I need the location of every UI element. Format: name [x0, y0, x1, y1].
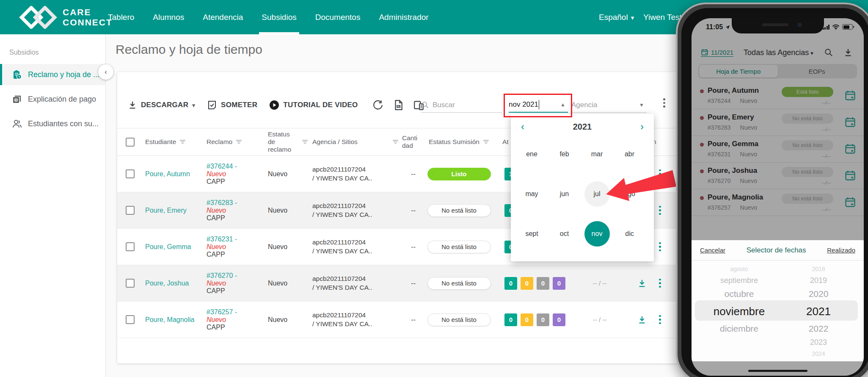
- row-checkbox[interactable]: [126, 206, 135, 215]
- phone-mockup: 11:05 11/2021 Todas las Agencias: [676, 3, 868, 377]
- month-cell-jul[interactable]: jul: [581, 174, 613, 214]
- filter-icon[interactable]: [179, 139, 186, 144]
- month-cell-feb[interactable]: feb: [548, 134, 581, 174]
- row-checkbox[interactable]: [126, 242, 135, 251]
- row-download-icon[interactable]: [637, 315, 647, 324]
- date-cell: -- / --: [568, 316, 631, 323]
- col-reclamo[interactable]: Reclamo: [207, 138, 232, 146]
- sidebar-item-label: Reclamo y hoja de ...: [28, 70, 99, 79]
- toolbar-overflow-menu[interactable]: [663, 98, 665, 108]
- row-checkbox[interactable]: [126, 279, 135, 288]
- payment-receipt-icon: $: [12, 94, 22, 104]
- claim-type: CAPP: [207, 178, 265, 186]
- prev-year-button[interactable]: ‹: [521, 122, 524, 132]
- page-title: Reclamo y hoja de tiempo: [116, 42, 262, 57]
- video-tutorial-button[interactable]: TUTORIAL DE VIDEO: [269, 100, 358, 110]
- filter-icon[interactable]: [483, 139, 489, 144]
- sidebar-item-reclamo[interactable]: Reclamo y hoja de ...: [0, 64, 105, 85]
- month-cell-sept[interactable]: sept: [515, 214, 548, 254]
- sheet-title: Selector de fechas: [747, 246, 806, 255]
- chevron-up-icon[interactable]: ▲: [560, 102, 565, 108]
- col-estatus-reclamo[interactable]: Estatus de reclamo: [268, 130, 298, 153]
- submit-button[interactable]: SOMETER: [207, 100, 257, 110]
- month-cell-may[interactable]: may: [515, 174, 548, 214]
- row-download-icon[interactable]: [637, 279, 647, 288]
- attendance-count-badge: 0: [553, 313, 565, 326]
- month-grid: ene feb mar abr may jun jul ago sept oct…: [511, 134, 654, 254]
- col-cantidad[interactable]: Cantidad: [402, 134, 420, 150]
- nav-tablero[interactable]: Tablero: [108, 0, 134, 34]
- month-cell-abr[interactable]: abr: [613, 134, 646, 174]
- month-cell-jun[interactable]: jun: [548, 174, 581, 214]
- submission-status-badge: No está listo: [427, 241, 491, 253]
- submission-status-badge: No está listo: [427, 313, 491, 326]
- text-cursor: [539, 100, 540, 109]
- filter-icon[interactable]: [392, 139, 399, 144]
- month-cell-nov[interactable]: nov: [581, 214, 613, 254]
- claim-link[interactable]: #376270 -: [207, 272, 265, 280]
- col-estatus-sumision[interactable]: Estatus Sumisión: [429, 138, 479, 146]
- next-year-button[interactable]: ›: [640, 122, 644, 132]
- row-checkbox[interactable]: [126, 169, 135, 178]
- row-menu-button[interactable]: [653, 242, 667, 252]
- export-xls-icon[interactable]: XLS: [393, 100, 404, 111]
- nav-subsidios[interactable]: Subsidios: [262, 0, 296, 34]
- amount-cell: --: [392, 316, 420, 324]
- row-menu-button[interactable]: [653, 279, 667, 288]
- download-button[interactable]: DESCARGAR: [128, 100, 195, 110]
- select-all-checkbox[interactable]: [126, 138, 135, 147]
- date-picker-sheet: Cancelar Selector de fechas Realizado ag…: [692, 240, 864, 361]
- filter-icon[interactable]: [302, 139, 308, 144]
- claim-link[interactable]: #376231 -: [207, 236, 265, 243]
- row-menu-button[interactable]: [653, 206, 667, 215]
- sidebar-item-estudiantes[interactable]: Estudiantes con su...: [0, 113, 105, 134]
- nav-alumnos[interactable]: Alumnos: [153, 0, 184, 34]
- table-row[interactable]: Poure, Magnolia #376257 -NuevoCAPP Nuevo…: [117, 302, 678, 338]
- col-atendencia-fragment[interactable]: At: [502, 138, 509, 146]
- nav-administrador[interactable]: Administrador: [379, 0, 428, 34]
- month-cell-ene[interactable]: ene: [515, 134, 548, 174]
- month-cell-dic[interactable]: dic: [613, 214, 646, 254]
- month-cell-ago[interactable]: ago: [613, 174, 646, 214]
- home-indicator[interactable]: [748, 370, 807, 372]
- row-menu-button[interactable]: [653, 169, 667, 179]
- claim-link[interactable]: #376257 -: [207, 308, 265, 316]
- claim-link[interactable]: #376244 -: [207, 163, 265, 170]
- date-wheel-picker[interactable]: agosto2018 septiembre2019 octubre2020 no…: [692, 264, 864, 357]
- attendance-count-badge: 0: [504, 277, 517, 290]
- student-link[interactable]: Poure, Magnolia: [145, 316, 195, 323]
- month-cell-oct[interactable]: oct: [548, 214, 581, 254]
- month-filter-field[interactable]: nov 2021 ▲: [509, 97, 568, 113]
- nav-documentos[interactable]: Documentos: [315, 0, 361, 34]
- claim-flag: Nuevo: [207, 170, 265, 178]
- col-estudiante[interactable]: Estudiante: [145, 138, 176, 146]
- brand[interactable]: CARE CONNECT: [19, 6, 113, 29]
- student-link[interactable]: Poure, Joshua: [145, 280, 189, 287]
- filter-icon[interactable]: [236, 139, 242, 144]
- search-field[interactable]: [421, 97, 502, 113]
- refresh-icon[interactable]: [372, 100, 383, 111]
- table-row[interactable]: Poure, Joshua #376270 -NuevoCAPP Nuevo a…: [117, 265, 678, 302]
- student-link[interactable]: Poure, Gemma: [145, 243, 191, 250]
- cancel-button[interactable]: Cancelar: [700, 247, 725, 254]
- agency-select[interactable]: Agencia ▼: [571, 97, 647, 113]
- clipboard-clock-icon: [12, 69, 22, 80]
- svg-text:$: $: [15, 98, 17, 102]
- students-icon: [12, 119, 22, 129]
- sidebar-collapse-button[interactable]: ‹: [98, 64, 113, 80]
- picker-year-label: 2021: [573, 122, 592, 132]
- nav-atendencia[interactable]: Atendencia: [203, 0, 243, 34]
- row-menu-button[interactable]: [653, 315, 667, 324]
- student-link[interactable]: Poure, Emery: [145, 207, 187, 214]
- row-checkbox[interactable]: [126, 315, 135, 324]
- sidebar-item-explicacion[interactable]: $ Explicación de pago: [0, 89, 105, 110]
- claim-link[interactable]: #376283 -: [207, 199, 265, 207]
- done-button[interactable]: Realizado: [827, 247, 855, 254]
- search-input[interactable]: [433, 101, 496, 109]
- col-agencia[interactable]: Agencia / Sitios: [312, 138, 358, 146]
- student-link[interactable]: Poure, Autumn: [145, 170, 190, 177]
- language-dropdown[interactable]: Español: [599, 0, 634, 34]
- month-cell-mar[interactable]: mar: [581, 134, 613, 174]
- claim-flag: Nuevo: [207, 280, 265, 287]
- chevron-down-icon: ▼: [639, 102, 644, 108]
